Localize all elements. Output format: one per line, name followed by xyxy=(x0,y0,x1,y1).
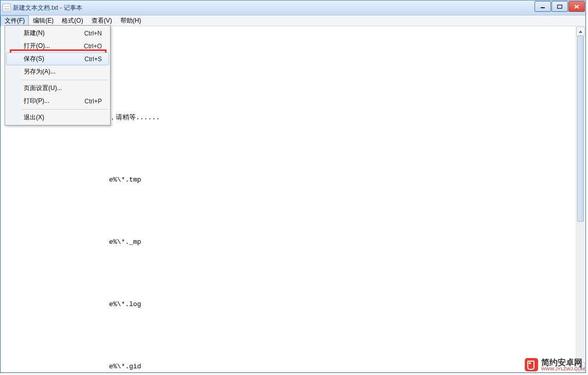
menu-new-shortcut: Ctrl+N xyxy=(84,30,102,37)
svg-rect-1 xyxy=(558,5,562,8)
close-button[interactable] xyxy=(568,1,585,12)
android-icon xyxy=(525,358,538,371)
menu-save-as[interactable]: 另存为(A)... xyxy=(6,65,109,78)
menu-exit-label: 退出(X) xyxy=(24,113,44,122)
svg-rect-0 xyxy=(541,7,545,8)
menu-file[interactable]: 文件(F) xyxy=(1,15,29,26)
menu-open[interactable]: 打开(O)... Ctrl+O xyxy=(6,40,109,52)
dropdown-separator xyxy=(22,80,108,80)
watermark: 简约安卓网 WWW.JYLZWJ.COM xyxy=(525,358,585,372)
menu-new-label: 新建(N) xyxy=(24,29,45,38)
menu-print[interactable]: 打印(P)... Ctrl+P xyxy=(6,95,109,108)
text-line: e%\*.gid xyxy=(4,362,576,372)
vertical-scrollbar[interactable] xyxy=(576,27,585,372)
menu-print-shortcut: Ctrl+P xyxy=(84,98,102,105)
text-line: e%\*.log xyxy=(4,299,576,310)
menu-save-label: 保存(S) xyxy=(24,55,44,63)
window-title: 新建文本文档.txt - 记事本 xyxy=(13,4,82,12)
menu-page-setup[interactable]: 页面设置(U)... xyxy=(6,82,109,95)
menu-format[interactable]: 格式(O) xyxy=(58,15,87,26)
menu-open-shortcut: Ctrl+O xyxy=(84,43,102,50)
menu-edit[interactable]: 编辑(E) xyxy=(29,15,58,26)
menu-save-as-label: 另存为(A)... xyxy=(24,67,56,76)
menu-print-label: 打印(P)... xyxy=(24,97,49,105)
window-controls xyxy=(534,1,585,12)
menubar: 文件(F) 编辑(E) 格式(O) 查看(V) 帮助(H) xyxy=(1,15,585,26)
menu-page-setup-label: 页面设置(U)... xyxy=(24,84,62,93)
text-line: e%\*._mp xyxy=(4,237,576,247)
menu-save[interactable]: 保存(S) Ctrl+S xyxy=(6,52,109,65)
menu-open-label: 打开(O)... xyxy=(24,42,50,50)
menu-new[interactable]: 新建(N) Ctrl+N xyxy=(6,27,109,40)
menu-view[interactable]: 查看(V) xyxy=(87,15,116,26)
notepad-window: 新建文本文档.txt - 记事本 文件(F) 编辑(E) 格式(O) 查看(V)… xyxy=(0,0,586,373)
text-line: e%\*.tmp xyxy=(4,175,576,185)
watermark-url: WWW.JYLZWJ.COM xyxy=(541,367,585,372)
minimize-button[interactable] xyxy=(534,1,551,12)
maximize-button[interactable] xyxy=(551,1,568,12)
titlebar[interactable]: 新建文本文档.txt - 记事本 xyxy=(1,1,585,15)
scroll-thumb[interactable] xyxy=(577,35,584,222)
menu-help[interactable]: 帮助(H) xyxy=(116,15,146,26)
notepad-file-icon xyxy=(3,4,11,12)
menu-save-shortcut: Ctrl+S xyxy=(84,56,102,63)
watermark-title: 简约安卓网 xyxy=(541,358,585,367)
dropdown-separator xyxy=(22,109,108,110)
file-dropdown-menu: 新建(N) Ctrl+N 打开(O)... Ctrl+O 保存(S) Ctrl+… xyxy=(5,25,111,126)
menu-exit[interactable]: 退出(X) xyxy=(6,111,109,124)
